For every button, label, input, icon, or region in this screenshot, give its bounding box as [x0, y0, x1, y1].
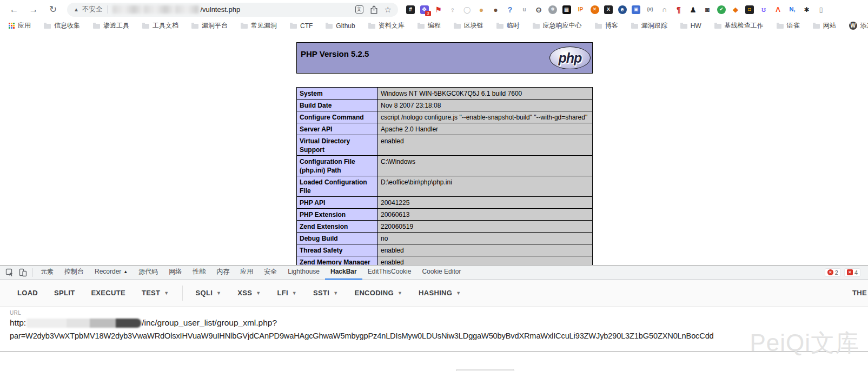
- extension-icon[interactable]: ◆: [731, 5, 740, 14]
- extension-icon[interactable]: ▦: [562, 5, 571, 14]
- hackbar-button[interactable]: SSTI ▼: [313, 289, 338, 297]
- bookmark-item[interactable]: 渗透工具: [93, 21, 129, 30]
- table-row-label: Thread Safety: [297, 244, 378, 256]
- hackbar-button[interactable]: SQLI ▼: [196, 289, 222, 297]
- bookmark-label: 网站: [823, 21, 836, 30]
- extension-icon[interactable]: u: [520, 5, 529, 14]
- not-secure-warning-icon[interactable]: ▲: [74, 6, 79, 12]
- bookmark-item[interactable]: 资料文库: [368, 21, 405, 30]
- bookmark-star-icon[interactable]: ☆: [385, 5, 392, 14]
- hackbar-button[interactable]: LOAD: [17, 289, 38, 297]
- table-row-value: Windows NT WIN-5BKGC0K7Q5J 6.1 build 760…: [378, 88, 593, 100]
- extension-icon[interactable]: ◙: [703, 5, 712, 14]
- hackbar-button[interactable]: [182, 286, 183, 301]
- hackbar-button[interactable]: ENCODING ▼: [354, 289, 402, 297]
- devtools-tab[interactable]: 网络: [163, 266, 187, 280]
- bookmark-item[interactable]: 漏洞跟踪: [631, 21, 667, 30]
- extension-icon[interactable]: ❅: [548, 5, 557, 14]
- device-toolbar-icon[interactable]: [16, 266, 29, 279]
- reload-button[interactable]: ↻: [47, 4, 59, 15]
- extension-icon[interactable]: ♀: [448, 5, 458, 14]
- devtools-tab[interactable]: HackBar: [325, 266, 362, 280]
- extension-icon[interactable]: e: [618, 5, 627, 14]
- hackbar-button[interactable]: XSS ▼: [237, 289, 261, 297]
- hackbar-button[interactable]: HASHING ▼: [419, 289, 461, 297]
- devtools-tab[interactable]: 应用: [235, 266, 259, 280]
- devtools-tab[interactable]: 内存: [211, 266, 235, 280]
- bookmark-item[interactable]: 区块链: [454, 21, 483, 30]
- extension-icon[interactable]: Λ: [773, 5, 783, 14]
- extension-icon[interactable]: ◘: [745, 5, 754, 14]
- bookmark-item[interactable]: 博客: [595, 21, 618, 30]
- devtools-tab[interactable]: 元素: [35, 266, 59, 280]
- extension-icon[interactable]: IP: [576, 5, 585, 14]
- forward-button[interactable]: →: [27, 4, 40, 15]
- bottom-clipped-button[interactable]: [456, 369, 514, 371]
- bookmark-item[interactable]: 编程: [418, 21, 441, 30]
- extension-badge: 3: [425, 11, 430, 16]
- devtools-tab[interactable]: Cookie Editor: [416, 266, 466, 280]
- devtools-tab[interactable]: Lighthouse: [282, 266, 325, 280]
- extension-icon[interactable]: ◯: [462, 5, 472, 14]
- extension-icon[interactable]: ∩: [660, 5, 669, 14]
- url-input-field[interactable]: URL http: /inc/group_user_list/group_xml…: [0, 307, 868, 352]
- console-errors-badge[interactable]: 2: [825, 268, 841, 277]
- bookmark-item[interactable]: 网站: [813, 21, 836, 30]
- share-icon[interactable]: [370, 5, 377, 14]
- translate-icon[interactable]: [355, 5, 363, 14]
- bookmark-item[interactable]: 漏洞平台: [191, 21, 228, 30]
- extension-icon[interactable]: ●: [477, 5, 486, 14]
- devtools-tab[interactable]: Recorder ▲: [89, 266, 133, 280]
- extension-icon[interactable]: ▣: [632, 5, 640, 14]
- extension-icon[interactable]: ?: [506, 5, 515, 14]
- hackbar-button[interactable]: LFI ▼: [277, 289, 297, 297]
- inspect-element-icon[interactable]: [3, 266, 16, 279]
- bookmark-item[interactable]: 临时: [496, 21, 520, 30]
- bookmark-item[interactable]: 添加新网址 ‹ PeiQi…: [849, 21, 868, 30]
- extension-icon[interactable]: ʊ: [759, 5, 768, 14]
- table-row-value: no: [378, 233, 593, 244]
- devtools-tab[interactable]: 安全: [259, 266, 282, 280]
- extension-icon[interactable]: ✕: [591, 5, 599, 14]
- extension-icon[interactable]: ●: [491, 5, 500, 14]
- bookmark-item[interactable]: 语雀: [777, 21, 800, 30]
- hackbar-button[interactable]: TEST ▼: [142, 289, 169, 297]
- extension-icon[interactable]: ¶: [674, 5, 684, 14]
- extension-icon[interactable]: ⊖: [534, 5, 544, 14]
- bookmark-item[interactable]: 应急响应中心: [533, 21, 582, 30]
- extension-icon[interactable]: X: [604, 5, 613, 14]
- extension-icon[interactable]: N,: [788, 5, 797, 14]
- extension-icon[interactable]: (#): [646, 5, 655, 14]
- not-secure-label[interactable]: 不安全: [82, 5, 103, 14]
- bookmark-item[interactable]: 信息收集: [44, 21, 80, 30]
- devtools-tab-label: 性能: [193, 265, 206, 279]
- devtools-tabs: 元素 控制台 Recorder ▲ 源代码: [35, 266, 466, 280]
- extension-icon[interactable]: ✱: [802, 5, 811, 14]
- hackbar-button[interactable]: SPLIT: [54, 289, 75, 297]
- extension-icon[interactable]: ✔: [717, 5, 726, 14]
- bookmark-item[interactable]: HW: [680, 22, 701, 30]
- extension-icon[interactable]: ❖ 3: [420, 5, 429, 14]
- devtools-tab[interactable]: EditThisCookie: [362, 266, 417, 280]
- extension-icon[interactable]: ♟: [688, 5, 698, 14]
- back-button[interactable]: ←: [8, 4, 21, 15]
- bookmark-item[interactable]: 应用: [9, 21, 31, 30]
- devtools-tab-label: HackBar: [330, 265, 357, 279]
- blocked-requests-badge[interactable]: 4: [844, 268, 860, 277]
- theme-button-clipped[interactable]: THE: [852, 289, 867, 297]
- extension-icon[interactable]: #: [406, 5, 415, 14]
- address-bar[interactable]: ▲ 不安全 /vulntest.php ☆: [67, 3, 398, 17]
- devtools-tab[interactable]: 性能: [187, 266, 211, 280]
- extension-icon[interactable]: ⚑: [434, 5, 443, 14]
- extension-glyph: X: [607, 7, 610, 12]
- devtools-tab[interactable]: 源代码: [133, 266, 163, 280]
- devtools-panel: 元素 控制台 Recorder ▲ 源代码: [0, 265, 868, 371]
- bookmark-item[interactable]: CTF: [290, 22, 313, 30]
- bookmark-item[interactable]: 工具文档: [142, 21, 178, 30]
- bookmark-item[interactable]: Github: [326, 22, 355, 30]
- bookmark-item[interactable]: 基线检查工作: [714, 21, 764, 30]
- extension-icon[interactable]: ▯: [817, 5, 826, 14]
- bookmark-item[interactable]: 常见漏洞: [241, 21, 277, 30]
- devtools-tab[interactable]: 控制台: [59, 266, 89, 280]
- hackbar-button[interactable]: EXECUTE: [91, 289, 125, 297]
